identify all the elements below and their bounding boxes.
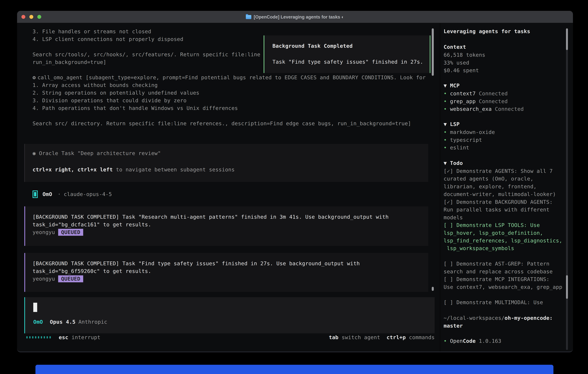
background-task-toast[interactable]: Background Task Completed Task "Find typ… bbox=[264, 35, 430, 73]
sidebar-scrollbar-thumb[interactable] bbox=[566, 28, 568, 50]
status-badge: Connected bbox=[479, 91, 508, 96]
text-cursor bbox=[33, 303, 37, 312]
window-titlebar[interactable]: [OpenCode] Leveraging agents for tasks ◐ bbox=[17, 11, 573, 23]
oracle-task-hint: ctrl+x right, ctrl+x left to navigate be… bbox=[32, 166, 235, 174]
terminal-line: Search src/ directory. Return specific f… bbox=[32, 120, 411, 127]
sidebar-scrollbar-track[interactable] bbox=[566, 28, 568, 350]
oracle-task-panel: ◉ Oracle Task "Deep architecture review"… bbox=[24, 144, 428, 182]
chevron-down-icon: ▼ bbox=[444, 83, 447, 89]
bullet-icon: • bbox=[444, 137, 447, 143]
terminal-line: Search src/tools/, src/hooks/, src/featu… bbox=[32, 51, 260, 58]
pane-divider bbox=[440, 23, 440, 352]
context-tokens: 66,518 tokens bbox=[444, 51, 485, 59]
bullet-icon: • bbox=[444, 98, 447, 104]
prompt-input[interactable]: OmOOpus 4.5Anthropic bbox=[24, 297, 435, 333]
context-heading: Context bbox=[444, 43, 466, 51]
mcp-item: •websearch_exaConnected bbox=[444, 105, 524, 113]
folder-icon bbox=[246, 15, 251, 19]
separator-dot: · bbox=[58, 190, 61, 198]
chevron-down-icon: ▼ bbox=[444, 121, 447, 127]
context-spent: $0.46 spent bbox=[444, 67, 479, 74]
activity-dots bbox=[26, 336, 51, 338]
queued-badge: QUEUED bbox=[58, 229, 83, 236]
session-title: Leveraging agents for tasks bbox=[444, 28, 530, 35]
todo-line: curated agents (OmO, oracle, bbox=[444, 175, 571, 183]
gear-icon: ⚙ bbox=[32, 74, 36, 80]
version-line: •OpenCode1.0.163 bbox=[444, 337, 501, 345]
toast-title: Background Task Completed bbox=[273, 42, 353, 50]
terminal-line: 4. Path operations that don't handle Win… bbox=[32, 104, 238, 112]
context-used: 33% used bbox=[444, 59, 469, 67]
todo-gap bbox=[444, 291, 571, 299]
chevron-down-icon: ▼ bbox=[444, 160, 447, 166]
background-window-strip[interactable] bbox=[35, 365, 553, 374]
terminal-line: 1. Array access without bounds checking bbox=[32, 81, 158, 89]
main-scrollbar-thumb[interactable] bbox=[432, 28, 434, 76]
ctrlp-key-hint: ctrl+p bbox=[387, 334, 406, 340]
agent-header: OmO · claude-opus-4-5 bbox=[32, 190, 112, 198]
terminal-line: run_in_background=true] bbox=[32, 58, 106, 66]
main-scrollbar-marker[interactable] bbox=[432, 287, 434, 291]
lsp-item: •markdown-oxide bbox=[444, 128, 495, 136]
bullet-icon: • bbox=[444, 91, 447, 96]
todo-line-active: lsp_find_references, lsp_diagnostics, bbox=[444, 237, 571, 244]
sidebar-scrollbar-thumb[interactable] bbox=[566, 275, 568, 299]
todo-list: [✓] Demonstrate AGENTS: Show all 7 curat… bbox=[444, 167, 571, 306]
statusbar-left: escinterrupt bbox=[59, 333, 100, 341]
bullet-icon: • bbox=[444, 338, 447, 344]
window-title: [OpenCode] Leveraging agents for tasks ◐ bbox=[254, 14, 344, 20]
todo-line: [ ] Demonstrate MCP INTEGRATIONS: bbox=[444, 275, 571, 283]
todo-line: models bbox=[444, 214, 571, 221]
background-task-message: [BACKGROUND TASK COMPLETED] Task "Resear… bbox=[24, 206, 428, 246]
bullet-icon: • bbox=[444, 106, 447, 112]
todo-section-header[interactable]: ▼Todo bbox=[444, 159, 463, 167]
oracle-task-title: ◉ Oracle Task "Deep architecture review" bbox=[32, 149, 161, 157]
agent-model: claude-opus-4-5 bbox=[64, 190, 112, 198]
agent-icon bbox=[32, 190, 38, 198]
toast-body: Task "Find type safety issues" finished … bbox=[273, 58, 423, 66]
task-user: yeongyu bbox=[32, 229, 55, 235]
todo-line: [✓] Demonstrate AGENTS: Show all 7 bbox=[444, 167, 571, 175]
git-branch: master bbox=[444, 322, 463, 330]
status-badge: Connected bbox=[495, 106, 524, 112]
lsp-item: •eslint bbox=[444, 144, 469, 152]
mcp-item: •grep_appConnected bbox=[444, 97, 508, 105]
terminal-line: 3. File handles or streams not closed bbox=[32, 28, 151, 35]
todo-line: Use context7, websearch_exa, grep_app bbox=[444, 283, 571, 291]
todo-line-active: [ ] Demonstrate LSP TOOLS: Use bbox=[444, 221, 571, 229]
terminal-line: 4. LSP client connections not properly d… bbox=[32, 35, 183, 43]
todo-gap bbox=[444, 252, 571, 260]
lsp-section-header[interactable]: ▼LSP bbox=[444, 120, 460, 128]
statusbar-right: tabswitch agentctrl+pcommands bbox=[329, 333, 435, 341]
mcp-item: •context7Connected bbox=[444, 90, 508, 97]
background-task-message: [BACKGROUND TASK COMPLETED] Task "Find t… bbox=[24, 253, 428, 292]
queued-badge: QUEUED bbox=[58, 275, 83, 282]
esc-key-hint: esc bbox=[59, 334, 68, 340]
todo-line-active: lsp_hover, lsp_goto_definition, bbox=[444, 229, 571, 237]
agent-name: OmO bbox=[42, 190, 52, 198]
todo-line: [ ] Demonstrate MULTIMODAL: Use bbox=[444, 299, 571, 306]
opencode-terminal-window: [OpenCode] Leveraging agents for tasks ◐… bbox=[17, 11, 573, 352]
terminal-line: 2. String operations on potentially unde… bbox=[32, 89, 199, 97]
todo-line: [ ] Demonstrate AST-GREP: Pattern bbox=[444, 260, 571, 268]
lsp-item: •typescript bbox=[444, 136, 482, 144]
version-number: 1.0.163 bbox=[479, 338, 501, 344]
terminal-line: 3. Division operations that could divide… bbox=[32, 97, 187, 104]
bullet-icon: • bbox=[444, 129, 447, 135]
tab-key-hint: tab bbox=[329, 334, 338, 340]
todo-line-active: lsp_workspace_symbols bbox=[444, 244, 571, 252]
todo-line: [✓] Demonstrate BACKGROUND AGENTS: bbox=[444, 198, 571, 206]
todo-line: Run parallel tasks with different bbox=[444, 206, 571, 213]
mcp-section-header[interactable]: ▼MCP bbox=[444, 82, 460, 90]
todo-line: document-writer, multimodal-looker) bbox=[444, 190, 571, 198]
bullet-icon: • bbox=[444, 145, 447, 151]
todo-line: librarian, explore, frontend, bbox=[444, 183, 571, 190]
status-badge: Connected bbox=[479, 98, 508, 104]
todo-line: search and replace across codebase bbox=[444, 268, 571, 275]
model-selector[interactable]: OmOOpus 4.5Anthropic bbox=[33, 318, 107, 326]
workspace-path: ~/local-workspaces/oh-my-opencode: bbox=[444, 314, 553, 322]
tool-call-line: ⚙call_omo_agent [subagent_type=explore, … bbox=[32, 74, 426, 82]
task-user: yeongyu bbox=[32, 276, 55, 282]
